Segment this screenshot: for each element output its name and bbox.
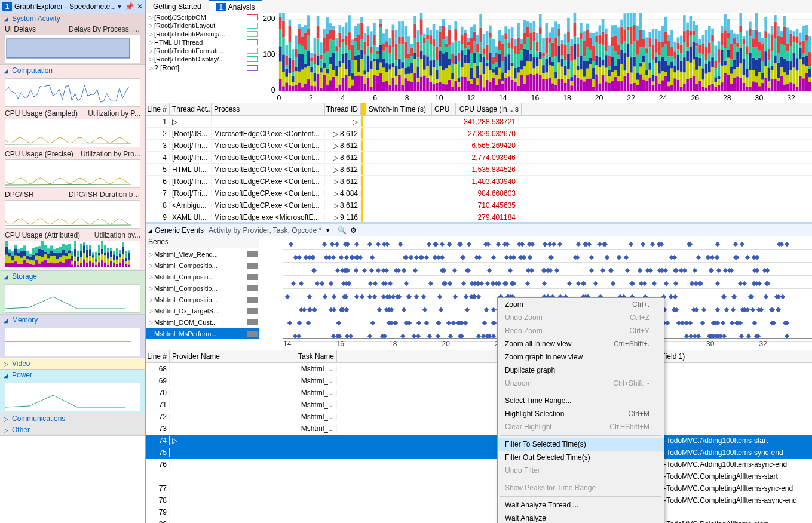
event-marker[interactable] — [402, 307, 406, 312]
event-marker[interactable] — [461, 281, 465, 286]
event-marker[interactable] — [745, 255, 750, 260]
event-marker[interactable] — [542, 281, 547, 286]
event-marker[interactable] — [482, 321, 486, 325]
event-marker[interactable] — [360, 294, 364, 299]
event-marker[interactable] — [448, 281, 452, 286]
menu-item[interactable]: Zoom all in new viewCtrl+Shift+. — [498, 337, 664, 350]
event-marker[interactable] — [299, 281, 304, 286]
column-header[interactable]: Line # — [146, 350, 170, 362]
menu-item[interactable]: Filter Out Selected Time(s) — [498, 451, 664, 464]
table-row[interactable]: 71Mshtml_... — [146, 399, 812, 411]
event-marker[interactable] — [331, 294, 336, 299]
event-marker[interactable] — [339, 255, 344, 260]
event-marker[interactable] — [740, 242, 744, 247]
event-marker[interactable] — [322, 242, 327, 247]
column-header[interactable]: Task Name — [289, 350, 337, 362]
event-marker[interactable] — [437, 294, 442, 299]
menu-item[interactable]: Highlight SelectionCtrl+M — [498, 407, 664, 420]
series-item[interactable]: ▷Mshtml_View_Rend... — [146, 248, 259, 260]
graph-card[interactable] — [0, 76, 145, 108]
event-marker[interactable] — [446, 321, 451, 325]
event-marker[interactable] — [367, 242, 372, 247]
event-marker[interactable] — [428, 281, 433, 286]
menu-item[interactable]: Wait Analyze Thread ... — [498, 499, 664, 512]
event-marker[interactable] — [424, 321, 428, 325]
event-marker[interactable] — [446, 242, 451, 247]
table-row[interactable]: 70Mshtml_... — [146, 387, 812, 399]
column-header[interactable]: Thread Act... — [170, 103, 212, 115]
event-marker[interactable] — [664, 281, 669, 286]
menu-item[interactable]: Zoom graph in new view — [498, 350, 664, 364]
event-marker[interactable] — [372, 294, 377, 299]
table-row[interactable]: 80Microsoft-IE/Ms...28,612VanillaJS-Todo… — [146, 518, 812, 523]
event-marker[interactable] — [465, 307, 470, 312]
column-header[interactable]: Process — [212, 103, 325, 115]
event-marker[interactable] — [723, 268, 728, 273]
event-marker[interactable] — [600, 268, 605, 273]
table-row[interactable]: 1▷▷ 341,288.538721 — [146, 116, 812, 128]
event-marker[interactable] — [576, 242, 581, 247]
event-marker[interactable] — [424, 255, 428, 260]
event-marker[interactable] — [642, 281, 647, 286]
legend-item[interactable]: ▷[Root]/JScript/OM — [146, 13, 259, 21]
column-header[interactable]: Switch-In Time (s) — [366, 103, 432, 115]
event-marker[interactable] — [696, 255, 701, 260]
category-power[interactable]: ◢Power — [0, 370, 145, 380]
column-header[interactable]: Provider Name — [170, 350, 289, 362]
event-marker[interactable] — [291, 281, 296, 286]
event-marker[interactable] — [638, 268, 642, 273]
event-marker[interactable] — [629, 242, 633, 247]
event-marker[interactable] — [427, 242, 431, 247]
table-row[interactable]: 7[Root]/Tri...MicrosoftEdgeCP.exe <Conte… — [146, 187, 812, 199]
event-marker[interactable] — [376, 268, 381, 273]
event-marker[interactable] — [397, 242, 402, 247]
event-marker[interactable] — [306, 321, 311, 325]
legend-item[interactable]: ▷[Root]/Trident/Display/... — [146, 55, 259, 63]
menu-item[interactable]: Duplicate graph — [498, 364, 664, 377]
cpu-usage-chart[interactable]: 010020002468101214161820222426283032 — [259, 13, 812, 103]
event-marker[interactable] — [344, 255, 349, 260]
event-marker[interactable] — [593, 281, 597, 286]
column-header[interactable]: CPU — [432, 103, 456, 115]
event-marker[interactable] — [373, 281, 378, 286]
graph-card[interactable] — [0, 282, 145, 314]
event-marker[interactable] — [491, 307, 496, 312]
event-marker[interactable] — [530, 242, 535, 247]
graph-card[interactable] — [0, 325, 145, 358]
preset-dropdown-icon[interactable]: ▼ — [325, 227, 330, 233]
event-marker[interactable] — [330, 255, 335, 260]
category-other[interactable]: ▷Other — [0, 424, 145, 435]
table-row[interactable]: 2[Root]/JS...MicrosoftEdgeCP.exe <Conten… — [146, 128, 812, 140]
event-marker[interactable] — [616, 255, 621, 260]
event-marker[interactable] — [495, 242, 500, 247]
category-storage[interactable]: ◢Storage — [0, 271, 145, 282]
table-row[interactable]: 74▷Microsoft-IE/Ms...48,612VanillaJS-Tod… — [146, 435, 812, 447]
column-header[interactable]: Line # — [146, 103, 170, 115]
event-marker[interactable] — [377, 307, 382, 312]
collapse-icon[interactable]: ◢ — [148, 227, 152, 233]
event-marker[interactable] — [575, 281, 580, 286]
event-marker[interactable] — [700, 321, 705, 325]
series-item[interactable]: ▷Mshtml_Compositi... — [146, 271, 259, 282]
event-marker[interactable] — [303, 255, 308, 260]
event-marker[interactable] — [422, 307, 427, 312]
series-item[interactable]: ▷Mshtml_Compositio... — [146, 282, 259, 294]
dropdown-icon[interactable]: ▾ — [118, 2, 121, 11]
event-marker[interactable] — [724, 307, 729, 312]
event-marker[interactable] — [353, 268, 358, 273]
event-marker[interactable] — [605, 255, 609, 260]
event-marker[interactable] — [404, 281, 409, 286]
event-marker[interactable] — [285, 294, 290, 299]
event-marker[interactable] — [557, 242, 562, 247]
event-marker[interactable] — [414, 294, 419, 299]
table-row[interactable]: 79 — [146, 506, 812, 518]
event-marker[interactable] — [330, 242, 335, 247]
event-marker[interactable] — [436, 321, 441, 325]
column-header[interactable] — [361, 103, 366, 115]
graph-card[interactable] — [0, 380, 145, 413]
event-marker[interactable] — [508, 268, 513, 273]
event-marker[interactable] — [370, 255, 375, 260]
gear-icon[interactable]: ⚙ — [350, 226, 357, 235]
event-marker[interactable] — [412, 268, 417, 273]
legend-item[interactable]: ▷[Root]/Trident/Formatt... — [146, 47, 259, 55]
